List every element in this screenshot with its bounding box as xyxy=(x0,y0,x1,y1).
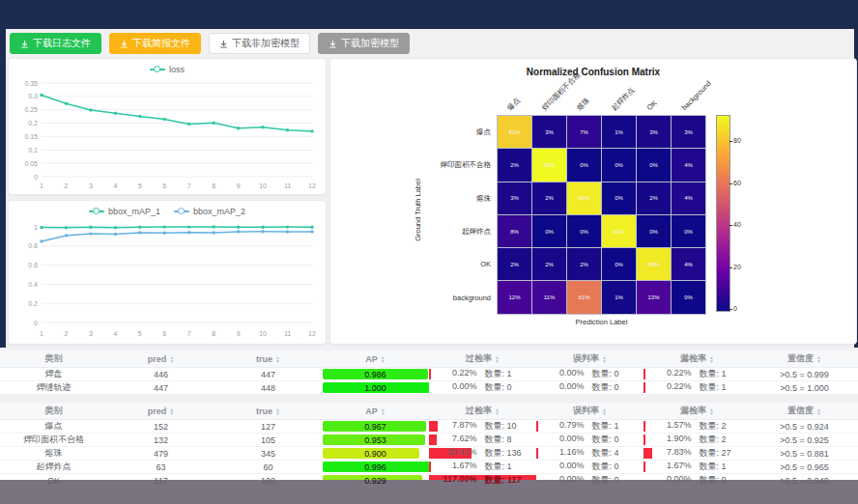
legend-item-loss[interactable]: loss xyxy=(150,65,185,74)
sort-icon[interactable]: ▲▼ xyxy=(169,407,174,415)
cell-misjudge-rate: 0.00%数量: 0 xyxy=(536,381,644,394)
sort-icon[interactable]: ▲▼ xyxy=(709,407,714,415)
sort-icon[interactable]: ▲▼ xyxy=(275,355,280,363)
matrix-cell-value: 2% xyxy=(545,262,554,267)
cell-miss-rate: 0.22%数量: 1 xyxy=(644,368,751,380)
sort-icon[interactable]: ▲▼ xyxy=(709,355,714,363)
column-header-类别: 类别 xyxy=(0,350,107,367)
matrix-cell-value: 1% xyxy=(615,294,623,300)
matrix-column-label: 起焊炸点 xyxy=(610,86,637,113)
cell-true: 60 xyxy=(214,461,322,473)
legend-item-bbox_mAP_2[interactable]: bbox_mAP_2 xyxy=(174,207,245,216)
svg-text:5: 5 xyxy=(138,330,142,337)
matrix-cell: 3% xyxy=(637,116,671,148)
column-header-置信度[interactable]: 置信度▲▼ xyxy=(751,403,858,419)
table-row: 起焊炸点63600.9961.67%数量: 10.00%数量: 01.67%数量… xyxy=(0,461,858,474)
matrix-cell-value: 3% xyxy=(510,195,519,201)
column-header-label: true xyxy=(256,406,272,416)
column-header-label: 漏检率 xyxy=(680,405,706,417)
column-header-过检率[interactable]: 过检率▲▼ xyxy=(429,403,536,419)
svg-text:8: 8 xyxy=(212,182,215,189)
cell-confidence: >0.5 = 0.999 xyxy=(751,368,858,380)
ap-value: 0.953 xyxy=(364,435,386,445)
confusion-matrix-grid: 83%3%7%1%3%3%2%93%0%0%0%4%3%2%90%0%2%4%8… xyxy=(497,115,706,315)
matrix-cell-value: 1% xyxy=(615,129,623,135)
svg-text:10: 10 xyxy=(259,182,267,189)
sort-icon[interactable]: ▲▼ xyxy=(602,407,607,415)
column-header-误判率[interactable]: 误判率▲▼ xyxy=(536,403,644,419)
matrix-cell: 1% xyxy=(602,116,636,148)
sort-icon[interactable]: ▲▼ xyxy=(602,355,607,363)
cell-misjudge-rate: 0.00%数量: 0 xyxy=(536,474,644,487)
column-header-true[interactable]: true▲▼ xyxy=(214,403,322,419)
cell-confidence: >0.5 = 0.924 xyxy=(751,420,858,433)
matrix-cell-value: 0% xyxy=(649,162,658,168)
cell-ap: 0.900 xyxy=(322,447,429,460)
column-header-AP[interactable]: AP▲▼ xyxy=(322,350,429,367)
svg-text:11: 11 xyxy=(284,182,291,189)
column-header-过检率[interactable]: 过检率▲▼ xyxy=(429,350,536,367)
matrix-column-label: 熔珠 xyxy=(575,96,592,113)
cell-pred: 447 xyxy=(107,381,214,394)
download-log-button[interactable]: 下载日志文件 xyxy=(10,33,101,54)
colorbar-tick-label: 0 xyxy=(733,305,737,312)
svg-text:0: 0 xyxy=(34,320,38,326)
colorbar-tick-label: 20 xyxy=(733,264,741,270)
sort-icon[interactable]: ▲▼ xyxy=(275,407,280,415)
matrix-cell-value: 0% xyxy=(615,195,623,201)
sort-icon[interactable]: ▲▼ xyxy=(495,355,500,363)
sort-icon[interactable]: ▲▼ xyxy=(495,407,500,415)
column-header-漏检率[interactable]: 漏检率▲▼ xyxy=(644,350,751,367)
matrix-cell-value: 4% xyxy=(684,262,693,267)
cell-pred: 446 xyxy=(107,368,214,380)
column-header-label: 置信度 xyxy=(787,352,814,365)
cell-miss-rate: 1.57%数量: 2 xyxy=(644,420,751,433)
svg-text:12: 12 xyxy=(308,330,316,337)
download-report-button[interactable]: 下载简报文件 xyxy=(109,33,201,54)
sort-icon[interactable]: ▲▼ xyxy=(816,407,821,415)
cell-overdetect-rate: 39.42%数量: 136 xyxy=(429,447,536,460)
legend-item-bbox_mAP_1[interactable]: bbox_mAP_1 xyxy=(89,207,160,216)
matrix-cell: 12% xyxy=(498,281,531,313)
cell-overdetect-rate: 0.22%数量: 1 xyxy=(429,368,536,380)
column-header-pred[interactable]: pred▲▼ xyxy=(107,403,214,419)
matrix-cell-value: 4% xyxy=(684,162,693,168)
column-header-误判率[interactable]: 误判率▲▼ xyxy=(536,350,644,367)
matrix-cell: 7% xyxy=(567,116,601,148)
matrix-cell: 91% xyxy=(602,215,636,247)
cell-miss-rate: 0.22%数量: 1 xyxy=(644,381,751,394)
cell-misjudge-rate: 0.00%数量: 0 xyxy=(536,461,644,473)
column-header-AP[interactable]: AP▲▼ xyxy=(322,403,429,419)
column-header-漏检率[interactable]: 漏检率▲▼ xyxy=(644,403,751,419)
cell-miss-rate: 1.90%数量: 2 xyxy=(644,434,751,446)
column-header-label: 置信度 xyxy=(787,405,814,417)
matrix-cell: 13% xyxy=(637,281,671,313)
sort-icon[interactable]: ▲▼ xyxy=(381,355,386,363)
table-header-row: 类别pred▲▼true▲▼AP▲▼过检率▲▼误判率▲▼漏检率▲▼置信度▲▼ xyxy=(0,350,858,368)
column-header-置信度[interactable]: 置信度▲▼ xyxy=(751,350,858,367)
matrix-cell: 2% xyxy=(567,248,601,280)
cell-misjudge-rate: 0.79%数量: 1 xyxy=(536,420,644,433)
matrix-cell: 0% xyxy=(672,281,705,313)
matrix-cell-value: 0% xyxy=(649,229,658,235)
matrix-cell: 4% xyxy=(672,248,705,280)
column-header-pred[interactable]: pred▲▼ xyxy=(107,350,214,367)
top-frame-bar xyxy=(0,0,858,29)
cell-category: 起焊炸点 xyxy=(0,461,107,473)
sort-icon[interactable]: ▲▼ xyxy=(381,407,386,415)
metrics-table: 类别pred▲▼true▲▼AP▲▼过检率▲▼误判率▲▼漏检率▲▼置信度▲▼爆点… xyxy=(0,403,858,488)
column-header-true[interactable]: true▲▼ xyxy=(214,350,322,367)
download-encrypted-model-button[interactable]: 下载加密模型 xyxy=(318,33,410,54)
button-label: 下载日志文件 xyxy=(33,37,91,50)
download-unencrypted-model-button[interactable]: 下载非加密模型 xyxy=(209,33,310,54)
svg-text:5: 5 xyxy=(138,182,142,189)
matrix-cell-value: 12% xyxy=(508,294,520,300)
cell-category: 爆点 xyxy=(0,420,107,433)
cell-category: 焊印面积不合格 xyxy=(0,434,107,446)
cell-ap: 1.000 xyxy=(322,381,429,394)
matrix-column-label: 爆点 xyxy=(505,96,523,113)
sort-icon[interactable]: ▲▼ xyxy=(169,355,174,363)
download-icon xyxy=(219,40,228,48)
sort-icon[interactable]: ▲▼ xyxy=(816,355,821,363)
table-row: 焊缝轨迹4474481.0000.00%数量: 00.00%数量: 00.22%… xyxy=(0,381,858,395)
